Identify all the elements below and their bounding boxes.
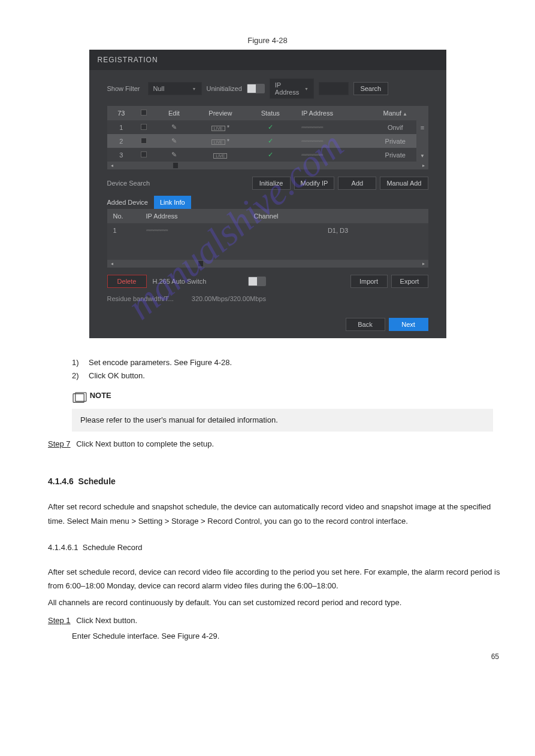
initialize-button[interactable]: Initialize <box>252 177 291 190</box>
back-button[interactable]: Back <box>346 318 385 331</box>
action-row: Device Search Initialize Modify IP Add M… <box>107 177 428 190</box>
table-row[interactable]: 1 ✎ LIVE * ✓ ⎓⎓⎓⎓⎓⎓ Onvif ≡ <box>107 120 428 134</box>
col-preview: Preview <box>195 106 245 120</box>
filter-select[interactable]: Null ▼ <box>148 82 202 95</box>
device-table: 73 Edit Preview Status IP Address Manuf▲ <box>107 106 428 169</box>
scroll-thumb[interactable] <box>173 163 178 168</box>
col-no: No. <box>107 209 140 223</box>
scroll-hamburger-icon: ≡ <box>416 120 428 134</box>
scroll-right-icon: ▸ <box>422 163 425 168</box>
ip-value: ⎓⎓⎓⎓⎓⎓ <box>301 137 323 145</box>
subsection-body: After set schedule record, device can re… <box>48 565 505 593</box>
col-edit: Edit <box>153 106 195 120</box>
col-ip: IP Address <box>140 209 248 223</box>
filter-select-value: Null <box>153 85 165 92</box>
section-heading: 4.1.4.6 Schedule <box>48 475 505 489</box>
doc-text: 1) Set encode parameters. See Figure 4-2… <box>30 356 505 643</box>
table-row[interactable]: 3 ✎ LIVE ✓ ⎓⎓⎓⎓⎓⎓ Private ▼ <box>107 148 428 162</box>
check-icon: ✓ <box>268 123 273 130</box>
delete-button[interactable]: Delete <box>107 275 147 288</box>
tabs: Added Device Link Info <box>107 196 428 209</box>
tab-added-device[interactable]: Added Device <box>107 196 155 209</box>
check-icon: ✓ <box>268 137 273 144</box>
subsection-body2: All channels are record continuously by … <box>48 596 505 609</box>
import-button[interactable]: Import <box>350 275 388 288</box>
note-body: Please refer to the user's manual for de… <box>72 409 493 432</box>
ip-value: ⎓⎓⎓⎓⎓⎓ <box>301 151 323 159</box>
substep-num: 2) <box>72 369 83 382</box>
add-button[interactable]: Add <box>338 177 376 190</box>
h265-toggle[interactable] <box>248 277 266 286</box>
show-filter-label: Show Filter <box>107 85 143 92</box>
checkbox-icon[interactable] <box>141 110 147 116</box>
search-input[interactable] <box>319 82 349 95</box>
modify-ip-button[interactable]: Modify IP <box>294 177 335 190</box>
row-num: 2 <box>107 134 136 148</box>
chevron-down-icon: ▼ <box>192 87 197 91</box>
chevron-down-icon: ▼ <box>304 87 309 91</box>
edit-icon[interactable]: ✎ <box>171 123 177 131</box>
col-status: Status <box>246 106 295 120</box>
scroll-right-icon: ▸ <box>422 261 425 266</box>
sub-step1-num: Step 1 <box>48 616 71 625</box>
search-button[interactable]: Search <box>353 82 388 95</box>
sub-step1-text: Click Next button. <box>76 616 137 625</box>
bandwidth-label: Residue bandwidth/T... <box>107 295 174 302</box>
sort-caret-icon: ▲ <box>403 111 407 117</box>
checkbox-icon[interactable] <box>141 138 147 144</box>
col-check <box>135 106 153 120</box>
export-button[interactable]: Export <box>391 275 428 288</box>
col-count: 73 <box>107 106 136 120</box>
checkbox-icon[interactable] <box>141 124 147 130</box>
substep-text: Click OK button. <box>89 369 145 382</box>
ip-value: ⎓⎓⎓⎓⎓⎓ <box>146 226 168 234</box>
table-row[interactable]: 1 ⎓⎓⎓⎓⎓⎓ D1, D3 <box>107 223 428 237</box>
note-label: NOTE <box>90 391 111 400</box>
scroll-thumb[interactable] <box>198 261 203 266</box>
note-icon <box>72 392 87 405</box>
page-number: 65 <box>491 652 499 661</box>
ip-address-select-value: IP Address <box>275 81 304 96</box>
star-icon: * <box>227 138 229 145</box>
manual-add-button[interactable]: Manual Add <box>380 177 428 190</box>
col-ip: IP Address <box>295 106 374 120</box>
horizontal-scrollbar[interactable]: ◂ ▸ <box>107 162 428 169</box>
substep-num: 1) <box>72 356 83 369</box>
subsection-heading: 4.1.4.6.1 Schedule Record <box>48 541 505 554</box>
tab-link-info[interactable]: Link Info <box>154 196 191 209</box>
link-table: No. IP Address Channel 1 ⎓⎓⎓⎓⎓⎓ D1, D3 <box>107 209 428 268</box>
next-button[interactable]: Next <box>389 318 428 331</box>
step7-num: Step 7 <box>48 439 71 448</box>
substep-text: Set encode parameters. See Figure 4-28. <box>89 356 232 369</box>
checkbox-icon[interactable] <box>141 151 147 157</box>
manuf-value: Private <box>374 148 416 162</box>
horizontal-scrollbar[interactable]: ◂ ▸ <box>107 260 428 268</box>
row-num: 1 <box>107 120 136 134</box>
dialog-title: REGISTRATION <box>89 50 446 70</box>
channel-value: D1, D3 <box>248 223 428 237</box>
live-badge: LIVE <box>211 126 225 131</box>
bottom-row: Delete H.265 Auto Switch Import Export <box>107 275 428 288</box>
check-icon: ✓ <box>268 151 273 158</box>
figure-caption: Figure 4-28 <box>30 36 505 45</box>
edit-icon[interactable]: ✎ <box>171 137 177 145</box>
scroll-down-icon: ▼ <box>420 153 425 159</box>
ip-value: ⎓⎓⎓⎓⎓⎓ <box>301 123 323 131</box>
ip-address-select[interactable]: IP Address ▼ <box>270 78 314 99</box>
manuf-value: Onvif <box>374 120 416 134</box>
col-channel: Channel <box>248 209 428 223</box>
footer-row: Back Next <box>89 312 446 338</box>
table-row[interactable]: 2 ✎ LIVE * ✓ ⎓⎓⎓⎓⎓⎓ Private <box>107 134 428 148</box>
edit-icon[interactable]: ✎ <box>171 151 177 159</box>
bandwidth-row: Residue bandwidth/T... 320.00Mbps/320.00… <box>107 295 428 302</box>
uninitialized-toggle[interactable] <box>247 84 265 93</box>
filter-row: Show Filter Null ▼ Uninitialized IP Addr… <box>107 78 428 99</box>
row-num: 3 <box>107 148 136 162</box>
no-value: 1 <box>107 223 140 237</box>
sub-step1-body: Enter Schedule interface. See Figure 4-2… <box>72 630 505 643</box>
col-manuf: Manuf▲ <box>374 106 416 120</box>
live-badge: LIVE <box>213 153 227 159</box>
manuf-value: Private <box>374 134 416 148</box>
device-search-label[interactable]: Device Search <box>107 180 150 187</box>
scroll-col-top <box>416 106 428 120</box>
